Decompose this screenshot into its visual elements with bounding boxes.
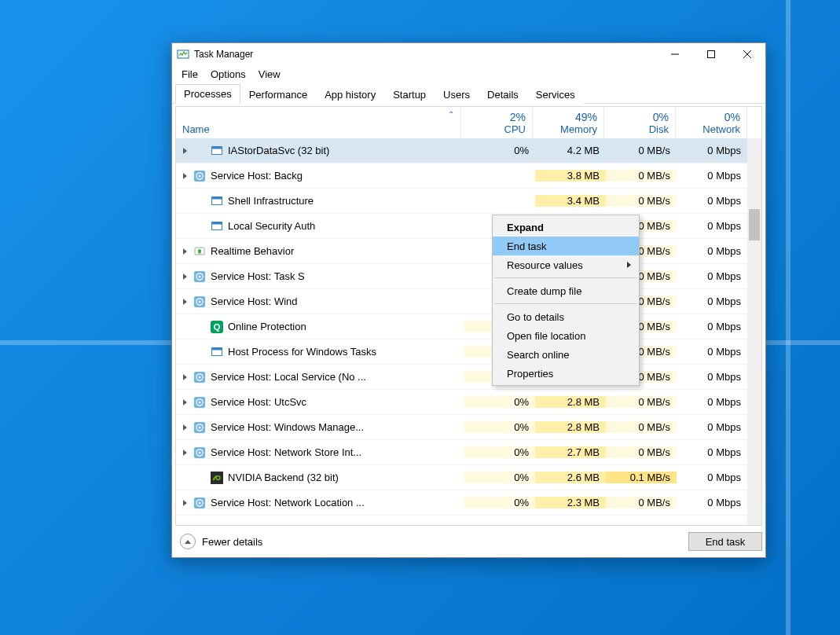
svg-point-33 <box>199 426 201 428</box>
context-menu-item-create-dump-file[interactable]: Create dump file <box>493 281 639 300</box>
context-menu: ExpandEnd taskResource valuesCreate dump… <box>492 215 640 386</box>
tab-startup[interactable]: Startup <box>384 85 435 104</box>
cpu-cell: 0% <box>464 472 535 483</box>
quick-icon: Q <box>211 321 223 333</box>
context-menu-item-go-to-details[interactable]: Go to details <box>493 307 639 326</box>
table-row[interactable]: NVIDIA Backend (32 bit)0%2.6 MB0.1 MB/s0… <box>176 465 747 490</box>
service-icon <box>193 421 206 434</box>
process-name-cell: Service Host: Windows Manage... <box>193 421 464 434</box>
column-header-row: Name ⌃ 2%CPU49%Memory0%Disk0%Network <box>176 107 761 139</box>
column-header-disk[interactable]: 0%Disk <box>604 107 676 138</box>
table-row[interactable]: Service Host: Network Location ...0%2.3 … <box>176 490 747 516</box>
table-row[interactable]: Shell Infrastructure3.4 MB0 MB/s0 Mbps <box>176 189 747 214</box>
process-name-label: Local Security Auth <box>228 220 315 232</box>
vertical-scrollbar[interactable] <box>747 138 761 525</box>
column-header-name[interactable]: Name ⌃ <box>176 107 461 138</box>
network-cell: 0 Mbps <box>677 170 747 182</box>
sort-indicator-icon: ⌃ <box>448 110 454 119</box>
maximize-button[interactable] <box>693 43 729 65</box>
process-list-body[interactable]: IAStorDataSvc (32 bit)0%4.2 MB0 MB/s0 Mb… <box>176 138 747 525</box>
task-manager-window: Task Manager FileOptionsView ProcessesPe… <box>171 42 766 558</box>
process-name-cell: QOnline Protection <box>193 321 464 333</box>
expand-chevron-icon[interactable] <box>176 271 193 282</box>
service-icon <box>193 396 206 409</box>
tab-app-history[interactable]: App history <box>316 85 384 104</box>
context-menu-item-resource-values[interactable]: Resource values <box>493 255 639 274</box>
table-row[interactable]: Service Host: Wind3.1 MB0 MB/s0 Mbps <box>176 289 747 314</box>
network-cell: 0 Mbps <box>677 421 747 433</box>
table-row[interactable]: Service Host: Backg3.8 MB0 MB/s0 Mbps <box>176 163 747 189</box>
memory-cell: 2.6 MB <box>535 472 606 483</box>
menu-bar: FileOptionsView <box>172 65 765 83</box>
table-row[interactable]: QOnline Protection0%3.0 MB0 MB/s0 Mbps <box>176 314 747 340</box>
process-name-label: Service Host: Windows Manage... <box>211 421 364 433</box>
process-name-label: Online Protection <box>228 321 306 332</box>
table-row[interactable]: Host Process for Windows Tasks0%3.0 MB0 … <box>176 340 747 365</box>
app-icon <box>211 220 223 233</box>
process-list-panel: Name ⌃ 2%CPU49%Memory0%Disk0%Network IAS… <box>175 106 762 526</box>
expand-chevron-icon[interactable] <box>176 372 193 383</box>
process-name-cell: Local Security Auth <box>193 220 464 233</box>
tab-users[interactable]: Users <box>435 85 479 104</box>
table-row[interactable]: Local Security Auth3.4 MB0 MB/s0 Mbps <box>176 214 747 239</box>
context-menu-separator <box>494 277 637 278</box>
context-menu-item-properties[interactable]: Properties <box>493 364 639 383</box>
end-task-button[interactable]: End task <box>688 532 762 551</box>
fewer-details-toggle[interactable]: Fewer details <box>175 534 262 549</box>
title-bar[interactable]: Task Manager <box>172 43 765 65</box>
svg-point-27 <box>199 376 201 378</box>
process-name-label: Shell Infrastructure <box>228 195 314 207</box>
process-name-cell: Service Host: UtcSvc <box>193 396 464 409</box>
tab-performance[interactable]: Performance <box>240 85 316 104</box>
network-cell: 0 Mbps <box>677 371 747 383</box>
network-cell: 0 Mbps <box>677 321 747 332</box>
disk-cell: 0 MB/s <box>606 170 677 182</box>
column-header-memory[interactable]: 49%Memory <box>533 107 604 138</box>
cpu-cell: 0% <box>464 421 535 433</box>
table-row[interactable]: Service Host: Task S3.3 MB0 MB/s0 Mbps <box>176 264 747 289</box>
expand-chevron-icon[interactable] <box>176 296 193 307</box>
network-cell: 0 Mbps <box>677 396 747 408</box>
tab-details[interactable]: Details <box>479 85 527 104</box>
menu-file[interactable]: File <box>175 67 204 82</box>
expand-chevron-icon[interactable] <box>176 422 193 433</box>
disk-cell: 0.1 MB/s <box>606 472 677 483</box>
tab-processes[interactable]: Processes <box>175 84 240 104</box>
task-manager-icon <box>177 48 189 61</box>
table-row[interactable]: Service Host: Network Store Int...0%2.7 … <box>176 440 747 465</box>
service-icon <box>193 446 206 459</box>
menu-options[interactable]: Options <box>204 67 252 82</box>
context-menu-item-expand[interactable]: Expand <box>493 218 639 237</box>
expand-chevron-icon[interactable] <box>176 145 193 156</box>
context-menu-item-open-file-location[interactable]: Open file location <box>493 326 639 345</box>
network-cell: 0 Mbps <box>677 472 747 483</box>
context-menu-item-search-online[interactable]: Search online <box>493 345 639 364</box>
column-header-network[interactable]: 0%Network <box>676 107 747 138</box>
expand-chevron-icon[interactable] <box>176 497 193 508</box>
table-row[interactable]: Service Host: Local Service (No ...0%3.0… <box>176 365 747 390</box>
expand-chevron-icon[interactable] <box>176 171 193 182</box>
process-name-cell: NVIDIA Backend (32 bit) <box>193 472 464 484</box>
tab-services[interactable]: Services <box>527 85 584 104</box>
table-row[interactable]: Service Host: Windows Manage...0%2.8 MB0… <box>176 415 747 440</box>
process-name-cell: Realtime Behavior <box>193 245 464 258</box>
table-row[interactable]: Service Host: UtcSvc0%2.8 MB0 MB/s0 Mbps <box>176 390 747 415</box>
table-row[interactable]: Realtime Behavior 3.3 MB0 MB/s0 Mbps <box>176 239 747 264</box>
context-menu-item-end-task[interactable]: End task <box>493 237 639 255</box>
process-name-cell: Service Host: Network Location ... <box>193 497 464 509</box>
menu-view[interactable]: View <box>252 67 287 82</box>
expand-chevron-icon[interactable] <box>176 246 193 257</box>
service-icon <box>193 270 206 283</box>
scrollbar-thumb[interactable] <box>749 209 760 240</box>
close-button[interactable] <box>729 43 765 65</box>
table-row[interactable]: IAStorDataSvc (32 bit)0%4.2 MB0 MB/s0 Mb… <box>176 138 747 163</box>
column-header-cpu[interactable]: 2%CPU <box>461 107 533 138</box>
expand-chevron-icon[interactable] <box>176 397 193 408</box>
minimize-button[interactable] <box>657 43 693 65</box>
svg-point-9 <box>199 174 201 177</box>
column-name-label: Name <box>182 123 210 135</box>
app-icon <box>211 346 223 358</box>
shield-icon <box>193 245 206 258</box>
expand-chevron-icon[interactable] <box>176 447 193 458</box>
network-cell: 0 Mbps <box>677 346 747 358</box>
